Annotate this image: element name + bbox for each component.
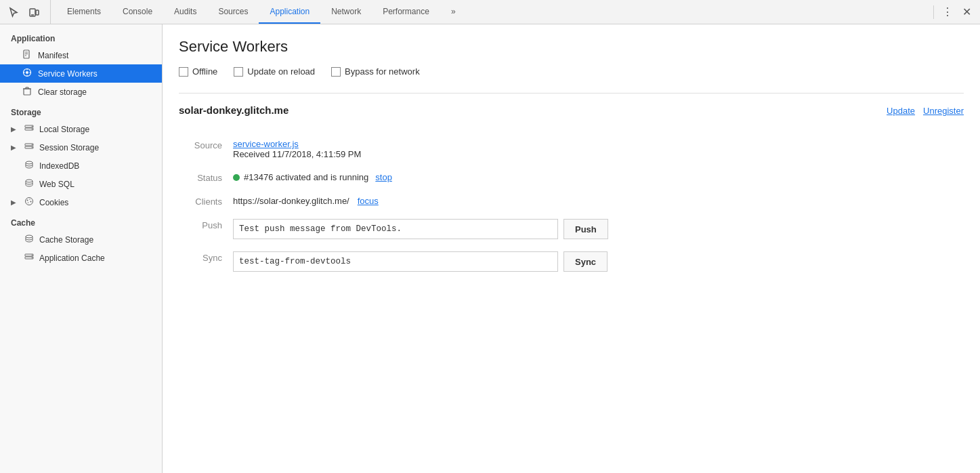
offline-checkbox-box[interactable] — [179, 67, 188, 77]
service-workers-label: Service Workers — [38, 69, 98, 79]
svg-point-29 — [27, 200, 28, 201]
bypass-for-network-checkbox-box[interactable] — [331, 67, 341, 77]
cache-storage-label: Cache Storage — [39, 235, 93, 245]
cookies-icon — [24, 197, 34, 208]
sidebar-item-session-storage[interactable]: ▶ Session Storage — [0, 138, 162, 157]
clients-label: Clients — [179, 195, 233, 207]
push-button[interactable]: Push — [563, 219, 608, 239]
arrow-right-icon: ▶ — [11, 125, 19, 133]
sidebar-section-storage: Storage — [0, 101, 162, 120]
local-storage-icon — [24, 123, 34, 135]
sync-label: Sync — [179, 251, 233, 272]
focus-button[interactable]: focus — [358, 196, 379, 206]
svg-point-21 — [32, 129, 33, 130]
tab-sources[interactable]: Sources — [207, 0, 259, 24]
service-workers-icon — [22, 68, 33, 79]
update-on-reload-label: Update on reload — [247, 66, 315, 77]
application-cache-icon — [24, 252, 34, 264]
arrow-right-icon-session: ▶ — [11, 144, 19, 151]
source-label: Source — [179, 139, 233, 159]
status-dot-active — [233, 174, 240, 181]
sidebar-item-clear-storage[interactable]: Clear storage — [0, 83, 162, 101]
bypass-for-network-label: Bypass for network — [345, 66, 420, 77]
svg-point-20 — [32, 126, 33, 127]
cookies-label: Cookies — [39, 198, 68, 207]
main-layout: Application Manifest — [0, 24, 980, 473]
sidebar-section-application: Application — [0, 27, 162, 46]
unregister-button[interactable]: Unregister — [923, 106, 964, 116]
sidebar-item-application-cache[interactable]: ▶ Application Cache — [0, 249, 162, 267]
push-label: Push — [179, 219, 233, 239]
svg-point-25 — [32, 147, 33, 148]
svg-point-26 — [26, 161, 33, 164]
sidebar-item-manifest[interactable]: Manifest — [0, 46, 162, 64]
tab-elements[interactable]: Elements — [56, 0, 112, 24]
divider — [933, 5, 934, 19]
sidebar-item-cookies[interactable]: ▶ Cookies — [0, 193, 162, 211]
svg-point-30 — [29, 199, 30, 199]
web-sql-label: Web SQL — [39, 180, 74, 189]
content-area: Service Workers Offline Update on reload… — [163, 24, 980, 473]
tab-bar-right: ⋮ ✕ — [931, 4, 975, 20]
push-row: Push — [233, 219, 964, 239]
sidebar-item-indexeddb[interactable]: ▶ IndexedDB — [0, 157, 162, 175]
svg-point-8 — [26, 71, 28, 74]
tab-network[interactable]: Network — [320, 0, 372, 24]
sync-button[interactable]: Sync — [563, 251, 608, 272]
update-on-reload-checkbox[interactable]: Update on reload — [234, 66, 315, 77]
svg-point-36 — [32, 255, 33, 256]
tab-application[interactable]: Application — [259, 0, 320, 24]
cache-storage-icon — [24, 234, 34, 245]
close-icon[interactable]: ✕ — [958, 4, 975, 20]
received-value: Received 11/7/2018, 4:11:59 PM — [233, 149, 361, 159]
clients-url: https://solar-donkey.glitch.me/ — [233, 196, 349, 206]
indexeddb-label: IndexedDB — [39, 161, 79, 171]
sidebar-item-cache-storage[interactable]: ▶ Cache Storage — [0, 230, 162, 249]
tab-more[interactable]: » — [440, 0, 467, 24]
sidebar-item-web-sql[interactable]: ▶ Web SQL — [0, 175, 162, 193]
arrow-right-icon-cookies: ▶ — [11, 199, 19, 206]
page-title: Service Workers — [179, 38, 964, 56]
svg-point-33 — [26, 235, 33, 238]
indexeddb-icon — [24, 160, 34, 171]
manifest-icon — [22, 49, 33, 61]
clear-storage-icon — [22, 86, 33, 98]
sidebar-item-local-storage[interactable]: ▶ Local Storage — [0, 120, 162, 138]
tab-bar: Elements Console Audits Sources Applicat… — [0, 0, 980, 24]
tab-audits[interactable]: Audits — [163, 0, 207, 24]
clear-storage-label: Clear storage — [38, 87, 87, 97]
offline-checkbox[interactable]: Offline — [179, 66, 217, 77]
push-input[interactable] — [233, 219, 558, 239]
tab-performance[interactable]: Performance — [372, 0, 440, 24]
clients-value: https://solar-donkey.glitch.me/ focus — [233, 195, 964, 207]
bypass-for-network-checkbox[interactable]: Bypass for network — [331, 66, 420, 77]
status-label: Status — [179, 171, 233, 183]
device-icon[interactable] — [26, 4, 42, 20]
tab-console[interactable]: Console — [112, 0, 163, 24]
options-row: Offline Update on reload Bypass for netw… — [179, 66, 964, 77]
application-cache-label: Application Cache — [39, 253, 105, 263]
svg-rect-13 — [24, 89, 30, 95]
sync-row: Sync — [233, 251, 964, 272]
status-value: #13476 activated and is running stop — [233, 171, 964, 183]
update-button[interactable]: Update — [887, 106, 915, 116]
source-value: service-worker.js Received 11/7/2018, 4:… — [233, 139, 964, 159]
toolbar-icons — [5, 0, 51, 24]
source-link[interactable]: service-worker.js — [233, 139, 299, 149]
worker-actions: Update Unregister — [887, 106, 964, 116]
status-text: #13476 activated and is running — [244, 172, 368, 182]
update-on-reload-checkbox-box[interactable] — [234, 67, 243, 77]
cursor-icon[interactable] — [5, 4, 22, 20]
more-options-icon[interactable]: ⋮ — [939, 4, 956, 20]
stop-button[interactable]: stop — [375, 172, 392, 182]
svg-point-37 — [32, 258, 33, 259]
svg-point-28 — [26, 198, 33, 205]
worker-card: solar-donkey.glitch.me Update Unregister… — [179, 93, 964, 272]
sync-input[interactable] — [233, 251, 558, 272]
svg-point-27 — [26, 180, 33, 182]
svg-rect-1 — [36, 10, 39, 15]
web-sql-icon — [24, 178, 34, 190]
sidebar-section-cache: Cache — [0, 211, 162, 230]
svg-point-32 — [28, 202, 28, 203]
sidebar-item-service-workers[interactable]: Service Workers — [0, 64, 162, 83]
